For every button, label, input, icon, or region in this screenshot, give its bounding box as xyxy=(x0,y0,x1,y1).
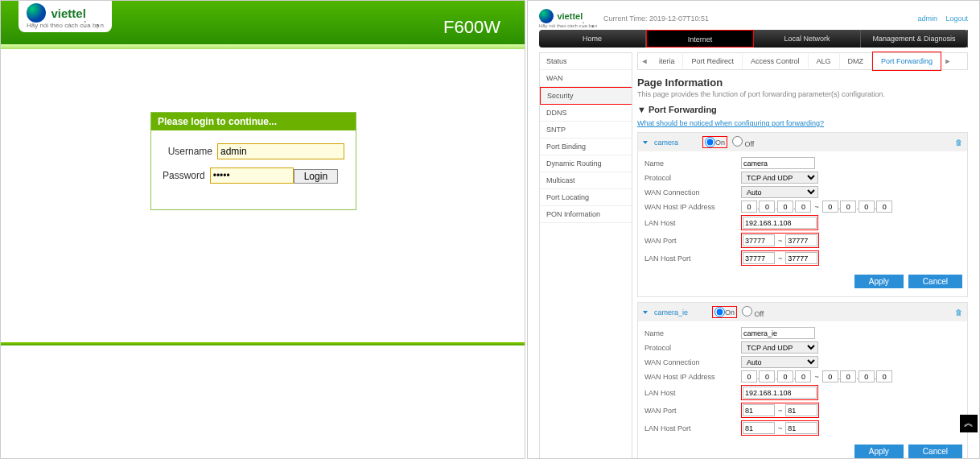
wan-ip-octet[interactable] xyxy=(822,370,838,382)
sidebar-item-security[interactable]: Security xyxy=(540,87,632,105)
lan-host-input[interactable] xyxy=(743,387,817,399)
tab-port-forwarding[interactable]: Port Forwarding xyxy=(872,52,941,71)
sidebar-item-pon-information[interactable]: PON Information xyxy=(540,206,632,223)
brand-tagline: Hãy nói theo cách của bạn xyxy=(27,22,104,29)
rule-name-label: camera_ie xyxy=(654,308,688,316)
sidebar-item-sntp[interactable]: SNTP xyxy=(540,122,632,139)
sidebar-item-port-binding[interactable]: Port Binding xyxy=(540,139,632,155)
apply-button[interactable]: Apply xyxy=(854,275,904,288)
wan-ip-octet[interactable] xyxy=(840,201,856,213)
lan-port-to[interactable] xyxy=(785,422,817,434)
admin-screen: viettel Hãy nói theo cách của bạn Curren… xyxy=(527,0,980,459)
apply-button[interactable]: Apply xyxy=(854,445,904,458)
login-title: Please login to continue... xyxy=(151,113,356,130)
lan-port-from[interactable] xyxy=(743,252,775,264)
wan-ip-octet[interactable] xyxy=(741,370,757,382)
tab-scroll-left[interactable]: ◄ xyxy=(638,57,651,65)
nav-home[interactable]: Home xyxy=(539,30,646,48)
protocol-select[interactable]: TCP And UDP xyxy=(741,172,818,184)
link-logout[interactable]: Logout xyxy=(945,14,968,23)
globe-icon xyxy=(27,3,46,23)
wan-ip-octet[interactable] xyxy=(795,370,811,382)
rule-on-radio[interactable] xyxy=(714,307,725,317)
header-accent xyxy=(1,44,525,49)
lan-host-input[interactable] xyxy=(743,217,817,229)
sidebar-item-wan[interactable]: WAN xyxy=(540,70,632,87)
wan-ip-octet[interactable] xyxy=(795,201,811,213)
lan-port-to[interactable] xyxy=(785,252,817,264)
section-title: ▼ Port Forwarding xyxy=(637,105,968,114)
wan-ip-octet[interactable] xyxy=(876,201,892,213)
footer-accent xyxy=(1,342,525,345)
password-label: Password xyxy=(163,170,205,181)
wan-ip-octet[interactable] xyxy=(759,370,775,382)
tab-alg[interactable]: ALG xyxy=(809,52,840,70)
wan-ip-octet[interactable] xyxy=(859,201,875,213)
caret-down-icon xyxy=(643,141,648,144)
trash-icon[interactable]: 🗑 xyxy=(955,308,962,316)
nav-management-diagnosis[interactable]: Management & Diagnosis xyxy=(861,30,968,48)
nav-internet[interactable]: Internet xyxy=(646,30,754,48)
sidebar-item-port-locating[interactable]: Port Locating xyxy=(540,189,632,206)
tab-access-control[interactable]: Access Control xyxy=(743,52,809,70)
brand-logo: viettel Hãy nói theo cách của bạn xyxy=(19,1,112,32)
name-input[interactable] xyxy=(741,327,815,339)
link-admin[interactable]: admin xyxy=(917,14,937,23)
wan-port-to[interactable] xyxy=(785,404,817,416)
tab-iteria[interactable]: iteria xyxy=(651,52,684,70)
sidebar-item-multicast[interactable]: Multicast xyxy=(540,172,632,189)
top-nav: HomeInternetLocal NetworkManagement & Di… xyxy=(539,30,968,48)
login-button[interactable]: Login xyxy=(294,169,338,184)
username-input[interactable] xyxy=(217,143,344,159)
wan-ip-octet[interactable] xyxy=(876,370,892,382)
nav-local-network[interactable]: Local Network xyxy=(754,30,861,48)
brand-name: viettel xyxy=(51,6,85,20)
side-nav: StatusWANSecurityDDNSSNTPPort BindingDyn… xyxy=(539,52,632,459)
rule-on-radio[interactable] xyxy=(705,137,715,147)
login-box: Please login to continue... Username Pas… xyxy=(150,112,356,210)
wan-connection-select[interactable]: Auto xyxy=(741,356,818,368)
sidebar-item-dynamic-routing[interactable]: Dynamic Routing xyxy=(540,155,632,172)
sidebar-item-ddns[interactable]: DDNS xyxy=(540,105,632,122)
model-label: F600W xyxy=(443,17,500,38)
rule-off-radio[interactable] xyxy=(732,136,743,147)
trash-icon[interactable]: 🗑 xyxy=(955,139,962,147)
rule-name-label: camera xyxy=(654,139,678,147)
page-desc: This page provides the function of port … xyxy=(637,90,968,98)
wan-ip-octet[interactable] xyxy=(777,370,793,382)
tab-bar: ◄iteriaPort RedirectAccess ControlALGDMZ… xyxy=(637,52,968,70)
brand-name: viettel xyxy=(557,11,583,21)
password-input[interactable] xyxy=(210,167,294,184)
caret-down-icon xyxy=(643,311,648,314)
wan-ip-octet[interactable] xyxy=(822,201,838,213)
protocol-select[interactable]: TCP And UDP xyxy=(741,341,818,354)
lan-port-from[interactable] xyxy=(743,422,775,434)
current-time: Current Time: 2019-12-07T10:51 xyxy=(603,14,709,23)
tab-scroll-right[interactable]: ► xyxy=(941,57,954,65)
rule-camera_ie: camera_ie On Off🗑NameProtocolTCP And UDP… xyxy=(637,302,968,459)
wan-ip-octet[interactable] xyxy=(777,201,793,213)
wan-ip-octet[interactable] xyxy=(741,201,757,213)
login-header: viettel Hãy nói theo cách của bạn F600W xyxy=(1,1,525,44)
sidebar-item-status[interactable]: Status xyxy=(540,53,632,70)
brand-logo: viettel Hãy nói theo cách của bạn xyxy=(539,9,597,28)
wan-ip-octet[interactable] xyxy=(840,370,856,382)
wan-port-from[interactable] xyxy=(743,404,775,416)
wan-port-from[interactable] xyxy=(743,234,775,246)
wan-connection-select[interactable]: Auto xyxy=(741,186,818,198)
page-title: Page Information xyxy=(637,76,968,89)
tab-dmz[interactable]: DMZ xyxy=(840,52,873,70)
help-link[interactable]: What should be noticed when configuring … xyxy=(637,119,968,127)
name-input[interactable] xyxy=(741,157,815,169)
cancel-button[interactable]: Cancel xyxy=(908,445,962,458)
back-to-top[interactable]: ︽ xyxy=(960,415,978,432)
wan-ip-octet[interactable] xyxy=(859,370,875,382)
wan-ip-octet[interactable] xyxy=(759,201,775,213)
tab-port-redirect[interactable]: Port Redirect xyxy=(683,52,743,70)
wan-port-to[interactable] xyxy=(785,234,817,246)
rule-off-radio[interactable] xyxy=(742,306,752,316)
cancel-button[interactable]: Cancel xyxy=(908,275,962,288)
username-label: Username xyxy=(163,146,212,157)
globe-icon xyxy=(539,9,554,23)
login-screen: viettel Hãy nói theo cách của bạn F600W … xyxy=(0,0,525,459)
